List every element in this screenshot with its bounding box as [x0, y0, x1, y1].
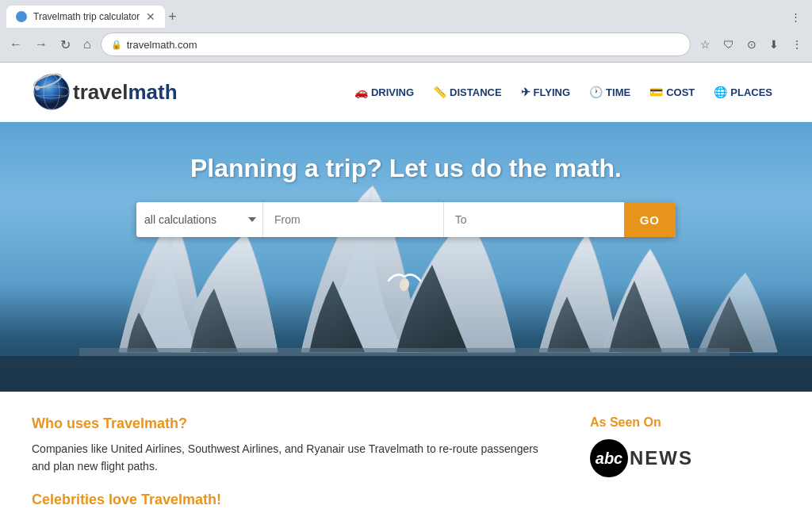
- hero-section: Planning a trip? Let us do the math. all…: [0, 122, 812, 392]
- reload-button[interactable]: ↻: [57, 34, 74, 55]
- abc-news-logo: abc NEWS: [590, 439, 780, 477]
- as-seen-title: As Seen On: [590, 415, 780, 430]
- to-input[interactable]: [444, 202, 624, 237]
- distance-icon: 📏: [433, 86, 446, 98]
- tab-bar: Travelmath trip calculator ✕ + ⋮: [0, 0, 812, 29]
- forward-button[interactable]: →: [32, 34, 51, 55]
- content-left: Who uses Travelmath? Companies like Unit…: [32, 415, 558, 508]
- who-uses-text: Companies like United Airlines, Southwes…: [32, 440, 558, 476]
- nav-driving-label: DRIVING: [371, 86, 414, 98]
- nav-places-label: PLACES: [730, 86, 772, 98]
- celebrities-title: Celebrities love Travelmath!: [32, 492, 558, 508]
- who-uses-title: Who uses Travelmath?: [32, 415, 558, 432]
- calculation-type-select[interactable]: all calculations driving distance flying…: [136, 202, 263, 237]
- download-icon[interactable]: ⬇: [766, 36, 782, 52]
- bookmark-icon[interactable]: ☆: [697, 36, 714, 52]
- driving-icon: 🚗: [354, 86, 368, 98]
- news-label: NEWS: [630, 447, 693, 469]
- logo[interactable]: travelmath: [32, 72, 178, 112]
- tab-title: Travelmath trip calculator: [33, 11, 140, 22]
- browser-chrome: Travelmath trip calculator ✕ + ⋮ ← → ↻ ⌂…: [0, 0, 812, 63]
- home-button[interactable]: ⌂: [80, 34, 94, 55]
- from-input[interactable]: [263, 202, 444, 237]
- logo-travel: travel: [73, 80, 128, 104]
- settings-icon[interactable]: ⋮: [786, 11, 806, 23]
- nav-cost-label: COST: [666, 86, 695, 98]
- website: travelmath 🚗 DRIVING 📏 DISTANCE ✈ FLYING…: [0, 63, 812, 509]
- content-section: Who uses Travelmath? Companies like Unit…: [0, 392, 812, 509]
- tab-close-button[interactable]: ✕: [146, 10, 155, 23]
- lock-icon: 🔒: [111, 40, 122, 50]
- main-nav: 🚗 DRIVING 📏 DISTANCE ✈ FLYING 🕐 TIME 💳 C…: [347, 81, 780, 103]
- go-button[interactable]: GO: [624, 202, 676, 237]
- new-tab-button[interactable]: +: [168, 9, 177, 25]
- profile-icon[interactable]: ⊙: [744, 36, 760, 52]
- content-right: As Seen On abc NEWS: [590, 415, 780, 508]
- nav-flying-label: FLYING: [534, 86, 570, 98]
- nav-cost[interactable]: 💳 COST: [642, 81, 703, 103]
- svg-rect-8: [0, 356, 812, 392]
- time-icon: 🕐: [589, 86, 603, 98]
- logo-text: travelmath: [73, 80, 178, 105]
- site-header: travelmath 🚗 DRIVING 📏 DISTANCE ✈ FLYING…: [0, 63, 812, 122]
- logo-math: math: [128, 80, 177, 104]
- address-text: travelmath.com: [127, 39, 680, 51]
- nav-time-label: TIME: [606, 86, 630, 98]
- svg-rect-7: [79, 348, 730, 356]
- address-bar: ← → ↻ ⌂ 🔒 travelmath.com ☆ 🛡 ⊙ ⬇ ⋮: [0, 29, 812, 62]
- nav-distance[interactable]: 📏 DISTANCE: [425, 81, 509, 103]
- nav-places[interactable]: 🌐 PLACES: [706, 81, 780, 103]
- hero-title: Planning a trip? Let us do the math.: [190, 154, 622, 183]
- logo-globe-icon: [32, 72, 71, 112]
- toolbar-icons: ☆ 🛡 ⊙ ⬇ ⋮: [697, 36, 806, 52]
- window-controls: ⋮: [786, 11, 806, 23]
- nav-distance-label: DISTANCE: [450, 86, 501, 98]
- cost-icon: 💳: [649, 86, 663, 98]
- address-input-wrap[interactable]: 🔒 travelmath.com: [101, 33, 691, 56]
- nav-flying[interactable]: ✈ FLYING: [513, 81, 578, 103]
- flying-icon: ✈: [521, 86, 530, 98]
- tab-favicon: [16, 11, 27, 22]
- abc-label: abc: [596, 450, 622, 468]
- back-button[interactable]: ←: [6, 34, 25, 55]
- active-tab[interactable]: Travelmath trip calculator ✕: [6, 6, 165, 28]
- extension-icon[interactable]: 🛡: [720, 36, 737, 52]
- nav-driving[interactable]: 🚗 DRIVING: [347, 81, 422, 103]
- search-bar: all calculations driving distance flying…: [136, 202, 676, 237]
- nav-time[interactable]: 🕐 TIME: [581, 81, 638, 103]
- more-options-icon[interactable]: ⋮: [788, 36, 806, 52]
- places-icon: 🌐: [714, 86, 727, 98]
- abc-circle: abc: [590, 439, 628, 477]
